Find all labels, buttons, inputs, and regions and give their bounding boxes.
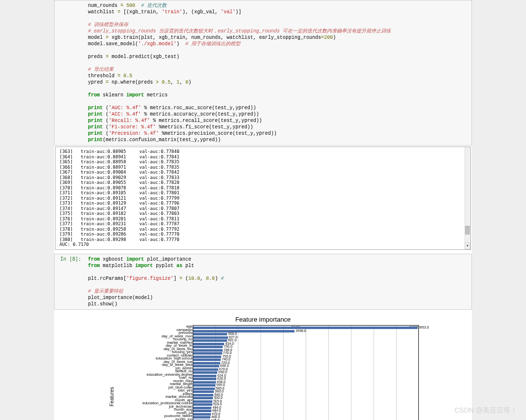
chart-bar [193,352,222,355]
output-box[interactable]: [363] train-auc:0.88905 val-auc:0.77840 … [55,147,471,250]
chart-bar [193,400,212,403]
chart-bar [193,339,227,342]
chart-bar [193,359,221,361]
scrollbar-track[interactable] [465,147,470,242]
bar-value-label: 2698.0 [295,329,306,332]
scrollbar-thumb[interactable] [465,226,470,235]
chart-bar [193,410,211,412]
chart-bar [193,333,228,335]
chart-bar [193,388,215,390]
chart-bar [193,384,216,387]
chart-bar [193,346,223,348]
chart-ylabel: Features [109,387,115,406]
scroll-down-icon[interactable]: ▾ [465,242,470,249]
chart-title: Feature importance [235,316,291,323]
chart-bar [193,397,213,399]
chart-bar [193,381,216,384]
watermark: CSDN @美豆豆呀！ [454,406,517,415]
chart-bar [193,390,214,393]
bar-value-label: 445.0 [211,419,220,420]
chart-bar [193,368,218,371]
code-content-1: num_rounds = 500 # 迭代次数 watchlist = [(xg… [84,0,471,145]
code-cell-2[interactable]: In [8]: from xgboost import plot_importa… [54,254,472,310]
chart-bar [193,343,225,345]
chart-bar [193,336,228,339]
chart-bar [193,394,213,396]
chart-output: Feature importance Features agecampaignp… [54,313,472,420]
chart-bar [193,378,217,380]
chart-bar [193,375,217,377]
chart-bar [193,349,223,352]
content-wrap: num_rounds = 500 # 迭代次数 watchlist = [(xg… [54,0,472,420]
chart-bar [193,413,211,416]
bar-value-label: 5953.0 [418,326,429,329]
code-cell-1[interactable]: num_rounds = 500 # 迭代次数 watchlist = [(xg… [54,0,472,146]
cell-prompt-2: In [8]: [55,254,84,309]
chart-bar [193,371,218,374]
chart-bar [193,365,220,367]
chart-bar [193,403,212,406]
chart-bar [193,362,220,364]
training-output: [363] train-auc:0.88905 val-auc:0.77840 … [56,147,470,249]
code-content-2: from xgboost import plot_importance from… [84,254,471,309]
page-container: num_rounds = 500 # 迭代次数 watchlist = [(xg… [0,0,526,420]
chart-bar [193,416,210,419]
chart-plot-area: 2698 5953 5953.02698.0908.0927.0901.0834… [193,325,419,420]
chart-bar [193,330,295,332]
chart-bar [193,356,222,358]
chart-bar [193,407,212,409]
chart-y-categories: agecampaignpreviousday_of_week_monhousin… [117,325,193,420]
